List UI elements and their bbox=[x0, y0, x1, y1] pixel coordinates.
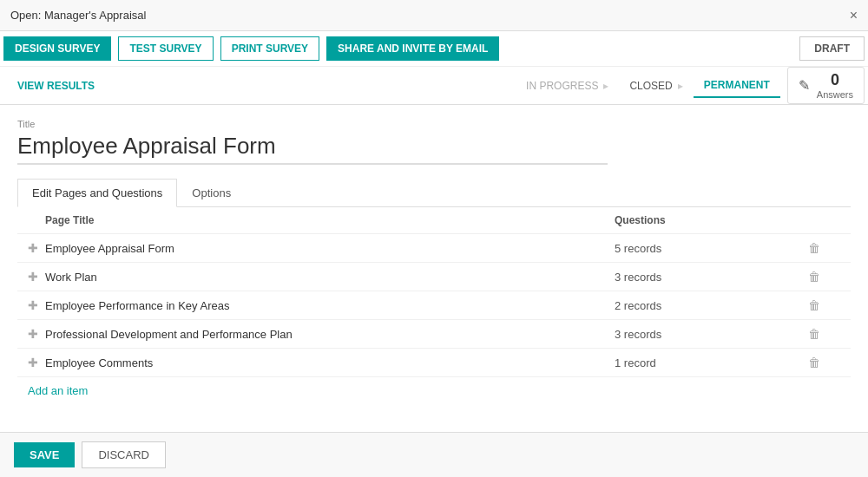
status-closed[interactable]: CLOSED ▸ bbox=[619, 75, 693, 97]
table-row: ✚ Professional Development and Performan… bbox=[17, 320, 851, 349]
delete-icon[interactable]: 🗑 bbox=[808, 270, 820, 284]
draft-button[interactable]: DRAFT bbox=[799, 36, 865, 61]
status-permanent[interactable]: PERMANENT bbox=[694, 74, 780, 98]
answers-count: 0 bbox=[831, 71, 839, 89]
table-row: ✚ Employee Appraisal Form 5 records 🗑 bbox=[17, 234, 851, 263]
answers-label: Answers bbox=[817, 89, 853, 100]
answers-box[interactable]: ✎ 0 Answers bbox=[787, 67, 865, 104]
row-actions: 🗑 bbox=[788, 327, 840, 341]
drag-handle-icon[interactable]: ✚ bbox=[28, 356, 38, 369]
row-questions-count: 5 records bbox=[615, 242, 788, 255]
form-title-input[interactable] bbox=[17, 133, 608, 165]
row-questions-count: 2 records bbox=[615, 299, 788, 312]
row-actions: 🗑 bbox=[788, 241, 840, 255]
tab-options[interactable]: Options bbox=[177, 179, 246, 207]
modal-title: Open: Manager's Appraisal bbox=[10, 9, 146, 22]
status-in-progress[interactable]: IN PROGRESS ▸ bbox=[516, 75, 619, 97]
delete-icon[interactable]: 🗑 bbox=[808, 241, 820, 255]
delete-icon[interactable]: 🗑 bbox=[808, 356, 820, 369]
view-results-button[interactable]: VIEW RESULTS bbox=[7, 75, 105, 97]
row-actions: 🗑 bbox=[788, 356, 840, 369]
tab-bar: Edit Pages and Questions Options bbox=[17, 179, 851, 207]
drag-handle-icon[interactable]: ✚ bbox=[28, 327, 38, 341]
test-survey-button[interactable]: TEST SURVEY bbox=[118, 36, 213, 61]
save-button[interactable]: SAVE bbox=[14, 442, 75, 467]
arrow-icon: ▸ bbox=[603, 80, 608, 92]
row-page-title[interactable]: Work Plan bbox=[45, 271, 615, 284]
design-survey-button[interactable]: DESIGN SURVEY bbox=[3, 36, 111, 61]
row-questions-count: 1 record bbox=[615, 356, 788, 369]
col-header-actions bbox=[788, 214, 840, 226]
table-body: ✚ Employee Appraisal Form 5 records 🗑 ✚ … bbox=[17, 234, 851, 377]
row-page-title[interactable]: Employee Comments bbox=[45, 356, 615, 369]
share-invite-button[interactable]: SHARE AND INVITE BY EMAIL bbox=[326, 36, 499, 61]
table-row: ✚ Employee Comments 1 record 🗑 bbox=[17, 349, 851, 377]
discard-button[interactable]: DISCARD bbox=[82, 441, 166, 468]
delete-icon[interactable]: 🗑 bbox=[808, 298, 820, 312]
drag-handle-icon[interactable]: ✚ bbox=[28, 270, 38, 284]
main-content: Title Edit Pages and Questions Options P… bbox=[0, 105, 868, 432]
arrow-icon-2: ▸ bbox=[678, 80, 683, 92]
row-page-title[interactable]: Employee Appraisal Form bbox=[45, 242, 615, 255]
col-header-page-title: Page Title bbox=[28, 214, 615, 226]
row-page-title[interactable]: Employee Performance in Key Areas bbox=[45, 299, 615, 312]
tab-edit-pages[interactable]: Edit Pages and Questions bbox=[17, 179, 177, 207]
delete-icon[interactable]: 🗑 bbox=[808, 327, 820, 341]
edit-icon: ✎ bbox=[799, 77, 810, 94]
print-survey-button[interactable]: PRINT SURVEY bbox=[220, 36, 319, 61]
close-button[interactable]: × bbox=[850, 8, 858, 23]
row-actions: 🗑 bbox=[788, 298, 840, 312]
row-page-title[interactable]: Professional Development and Performance… bbox=[45, 328, 615, 341]
table-header: Page Title Questions bbox=[17, 207, 851, 234]
add-item-link[interactable]: Add an item bbox=[17, 377, 98, 404]
drag-handle-icon[interactable]: ✚ bbox=[28, 241, 38, 255]
row-actions: 🗑 bbox=[788, 270, 840, 284]
title-field-label: Title bbox=[17, 119, 851, 129]
row-questions-count: 3 records bbox=[615, 328, 788, 341]
row-questions-count: 3 records bbox=[615, 271, 788, 284]
footer: SAVE DISCARD bbox=[0, 432, 868, 477]
table-row: ✚ Employee Performance in Key Areas 2 re… bbox=[17, 291, 851, 320]
drag-handle-icon[interactable]: ✚ bbox=[28, 298, 38, 312]
table-row: ✚ Work Plan 3 records 🗑 bbox=[17, 263, 851, 291]
col-header-questions: Questions bbox=[615, 214, 788, 226]
